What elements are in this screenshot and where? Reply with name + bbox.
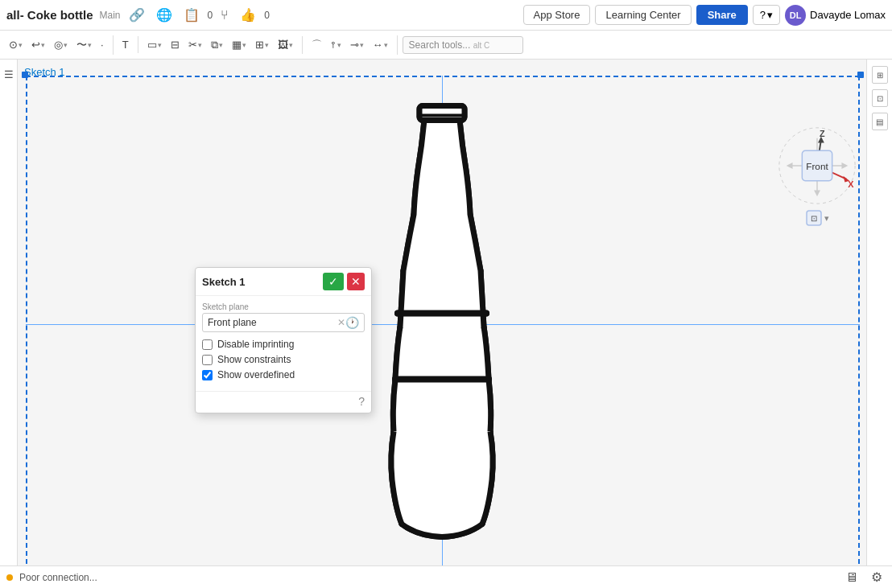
disable-imprinting-label: Disable imprinting xyxy=(217,339,294,350)
svg-marker-23 xyxy=(814,190,820,196)
right-panel-btn-3[interactable]: ▤ xyxy=(869,111,890,132)
statusbar-btn-2[interactable]: ⚙ xyxy=(868,568,886,586)
help-button[interactable]: ? ▾ xyxy=(753,5,780,25)
sketch-panel-header: Sketch 1 ✓ ✕ xyxy=(196,268,371,296)
sketch-plane-clear-button[interactable]: ✕ xyxy=(337,317,345,328)
trim-tool[interactable]: ⊟ xyxy=(167,36,184,53)
image-tool[interactable]: 🖼 ▾ xyxy=(274,36,297,53)
show-overdefined-label: Show overdefined xyxy=(217,369,295,380)
right-panel-btn-2[interactable]: ⊡ xyxy=(869,88,890,109)
app-store-button[interactable]: App Store xyxy=(523,5,591,25)
sketch-panel-title: Sketch 1 xyxy=(202,276,245,288)
disable-imprinting-checkbox[interactable] xyxy=(202,339,213,350)
show-overdefined-checkbox[interactable] xyxy=(202,370,213,380)
mirror-tool[interactable]: ⫯ ▾ xyxy=(327,36,345,53)
search-tools-input[interactable]: Search tools... alt C xyxy=(403,36,523,54)
svg-marker-18 xyxy=(787,162,793,169)
disable-imprinting-row: Disable imprinting xyxy=(202,339,365,350)
show-constraints-checkbox[interactable] xyxy=(202,355,213,365)
document-title: all- Coke bottle xyxy=(6,8,93,22)
topbar: all- Coke bottle Main 🔗 🌐 📋 0 ⑂ 👍 0 App … xyxy=(0,0,892,31)
right-panel: ⊞ ⊡ ▤ xyxy=(866,60,892,588)
user-name: Davayde Lomax xyxy=(810,9,886,21)
undo-tool[interactable]: ↩ ▾ xyxy=(27,36,49,53)
svg-marker-20 xyxy=(841,162,848,169)
sketch-plane-history-button[interactable]: 🕐 xyxy=(345,316,359,329)
tool-group-transform: ▭ ▾ ⊟ ✂ ▾ ⧉ ▾ ▦ ▾ ⊞ ▾ 🖼 ▾ xyxy=(143,36,303,54)
sketch-panel: Sketch 1 ✓ ✕ Sketch plane Front plane ✕ … xyxy=(195,267,372,413)
toolbar: ⊙ ▾ ↩ ▾ ◎ ▾ 〜 ▾ · T ▭ ▾ ⊟ ✂ ▾ ⧉ ▾ ▦ ▾ ⊞ … xyxy=(0,31,892,60)
text-tool[interactable]: T xyxy=(118,36,133,53)
constraint-tool[interactable]: ⊸ ▾ xyxy=(346,36,368,53)
sketch-panel-body: Sketch plane Front plane ✕ 🕐 Disable imp… xyxy=(196,296,371,391)
tool-group-text: T xyxy=(118,36,138,53)
show-constraints-row: Show constraints xyxy=(202,354,365,365)
sketch-plane-field: Front plane ✕ 🕐 xyxy=(202,313,365,332)
sketch-panel-footer: ? xyxy=(196,391,371,413)
share-button[interactable]: Share xyxy=(696,5,748,25)
fillet-tool[interactable]: ⌒ xyxy=(308,35,326,55)
spline-tool[interactable]: 〜 ▾ xyxy=(72,35,96,55)
likes-count: 0 xyxy=(264,10,270,21)
canvas-area[interactable]: Sketch 1 xyxy=(18,60,866,588)
cube-widget[interactable]: Z X xyxy=(773,122,861,227)
tool-group-sketch: ⊙ ▾ ↩ ▾ ◎ ▾ 〜 ▾ · xyxy=(5,35,114,55)
sketch-plane-value: Front plane xyxy=(208,317,337,328)
statusbar: Poor connection... 🖥 ⚙ xyxy=(0,565,892,588)
svg-text:⊡: ⊡ xyxy=(811,214,817,223)
sketch-ok-button[interactable]: ✓ xyxy=(323,273,344,290)
statusbar-btn-1[interactable]: 🖥 xyxy=(842,569,861,586)
rp-icon-1: ⊞ xyxy=(872,66,888,84)
document-tag: Main xyxy=(100,10,121,21)
target-tool[interactable]: ◎ ▾ xyxy=(50,36,72,53)
connection-status-text: Poor connection... xyxy=(19,572,97,583)
copies-count: 0 xyxy=(208,10,213,21)
svg-text:Z: Z xyxy=(820,129,825,138)
link-icon-btn[interactable]: 🔗 xyxy=(126,6,148,24)
learning-center-button[interactable]: Learning Center xyxy=(595,5,691,25)
globe-icon-btn[interactable]: 🌐 xyxy=(153,6,176,24)
search-keyboard-shortcut: alt C xyxy=(473,41,490,50)
user-avatar: DL xyxy=(785,5,806,26)
cube-dropdown[interactable]: ⊡ ▾ xyxy=(805,209,829,227)
right-panel-btn-1[interactable]: ⊞ xyxy=(869,64,890,85)
grid-tool[interactable]: ⊞ ▾ xyxy=(251,36,273,53)
sketch-plane-label: Sketch plane xyxy=(202,302,365,311)
sketch-panel-actions: ✓ ✕ xyxy=(323,273,365,290)
rp-icon-3: ▤ xyxy=(872,113,888,130)
rectangle-tool[interactable]: ▭ ▾ xyxy=(143,36,166,53)
left-panel: ☰ xyxy=(0,60,18,588)
canvas-background xyxy=(18,60,866,588)
sketch-panel-help-button[interactable]: ? xyxy=(358,395,365,408)
offset-tool[interactable]: ⧉ ▾ xyxy=(207,36,227,54)
sketch-label: Sketch 1 xyxy=(24,66,65,78)
tool-group-extra: ⌒ ⫯ ▾ ⊸ ▾ ↔ ▾ xyxy=(308,35,398,55)
copy-icon-btn[interactable]: 📋 xyxy=(180,6,203,24)
sketch-cancel-button[interactable]: ✕ xyxy=(347,273,365,290)
thumb-icon-btn[interactable]: 👍 xyxy=(237,6,259,24)
show-constraints-label: Show constraints xyxy=(217,354,291,365)
main-layout: ☰ Sketch 1 xyxy=(0,60,892,588)
scissors-tool[interactable]: ✂ ▾ xyxy=(184,36,206,53)
user-menu[interactable]: DL Davayde Lomax xyxy=(785,5,886,26)
connection-status-indicator xyxy=(6,574,13,581)
rp-icon-2: ⊡ xyxy=(872,89,888,107)
branch-icon-btn[interactable]: ⑂ xyxy=(217,6,232,24)
dimension-tool[interactable]: ↔ ▾ xyxy=(369,36,392,53)
show-overdefined-row: Show overdefined xyxy=(202,369,365,380)
left-panel-btn-1[interactable]: ☰ xyxy=(2,66,15,83)
circle-tool[interactable]: ⊙ ▾ xyxy=(5,36,27,53)
point-tool[interactable]: · xyxy=(97,36,108,53)
bar-chart-tool[interactable]: ▦ ▾ xyxy=(228,36,250,53)
svg-text:Front: Front xyxy=(806,161,828,171)
